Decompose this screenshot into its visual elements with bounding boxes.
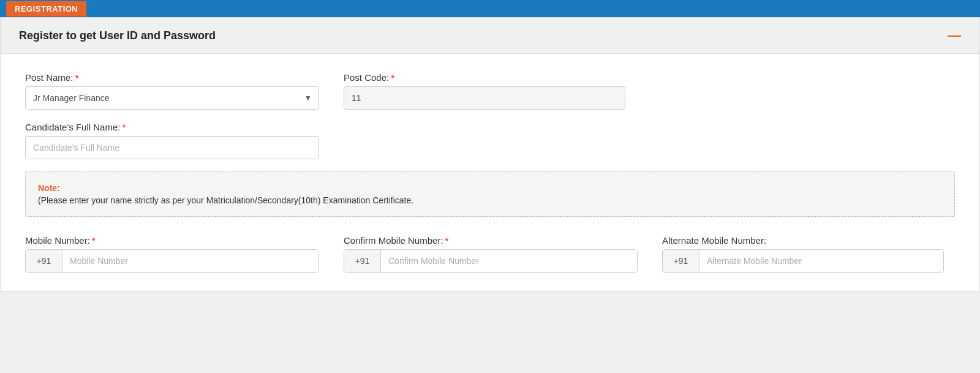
alternate-mobile-number-label: Alternate Mobile Number:	[662, 235, 944, 246]
alternate-mobile-input-wrapper: +91	[662, 249, 944, 273]
minimize-button[interactable]: —	[948, 29, 961, 42]
post-code-required: *	[391, 72, 394, 83]
full-name-required: *	[122, 122, 126, 132]
confirm-mobile-required: *	[445, 235, 449, 246]
mobile-number-input[interactable]	[62, 250, 318, 272]
mobile-country-code: +91	[26, 250, 62, 272]
full-name-row: Candidate's Full Name:*	[25, 122, 955, 159]
mobile-numbers-row: Mobile Number:* +91 Confirm Mobile Numbe…	[25, 235, 955, 273]
top-bar: REGISTRATION	[0, 0, 980, 17]
form-header: Register to get User ID and Password —	[1, 18, 979, 54]
form-header-title: Register to get User ID and Password	[19, 29, 216, 42]
mobile-input-wrapper: +91	[25, 249, 319, 273]
post-name-select[interactable]: Jr Manager Finance	[25, 86, 319, 110]
mobile-number-label: Mobile Number:*	[25, 235, 319, 246]
note-box: Note: (Please enter your name strictly a…	[25, 171, 955, 217]
form-container: Register to get User ID and Password — P…	[0, 17, 980, 292]
post-name-label: Post Name:*	[25, 72, 319, 83]
post-code-group: Post Code:*	[344, 72, 625, 110]
page-wrapper: REGISTRATION Register to get User ID and…	[0, 0, 980, 292]
confirm-mobile-number-label: Confirm Mobile Number:*	[344, 235, 638, 246]
full-name-label: Candidate's Full Name:*	[25, 122, 319, 132]
post-name-select-wrapper: Jr Manager Finance ▼	[25, 86, 319, 110]
alternate-mobile-number-group: Alternate Mobile Number: +91	[662, 235, 944, 273]
post-name-group: Post Name:* Jr Manager Finance ▼	[25, 72, 319, 110]
registration-tab[interactable]: REGISTRATION	[6, 1, 86, 17]
post-name-code-row: Post Name:* Jr Manager Finance ▼ Post Co…	[25, 72, 955, 110]
confirm-mobile-number-group: Confirm Mobile Number:* +91	[344, 235, 638, 273]
note-text: (Please enter your name strictly as per …	[38, 195, 942, 205]
mobile-number-group: Mobile Number:* +91	[25, 235, 319, 273]
mobile-number-required: *	[92, 235, 96, 246]
confirm-mobile-country-code: +91	[344, 250, 381, 272]
alternate-mobile-country-code: +91	[663, 250, 699, 272]
alternate-mobile-number-input[interactable]	[699, 250, 943, 272]
post-name-required: *	[75, 72, 78, 83]
post-code-label: Post Code:*	[344, 72, 625, 83]
post-code-input	[344, 86, 625, 110]
form-body: Post Name:* Jr Manager Finance ▼ Post Co…	[1, 54, 979, 291]
note-label: Note:	[38, 183, 942, 193]
confirm-mobile-number-input[interactable]	[381, 250, 637, 272]
full-name-group: Candidate's Full Name:*	[25, 122, 319, 159]
full-name-input[interactable]	[25, 136, 319, 159]
confirm-mobile-input-wrapper: +91	[344, 249, 638, 273]
